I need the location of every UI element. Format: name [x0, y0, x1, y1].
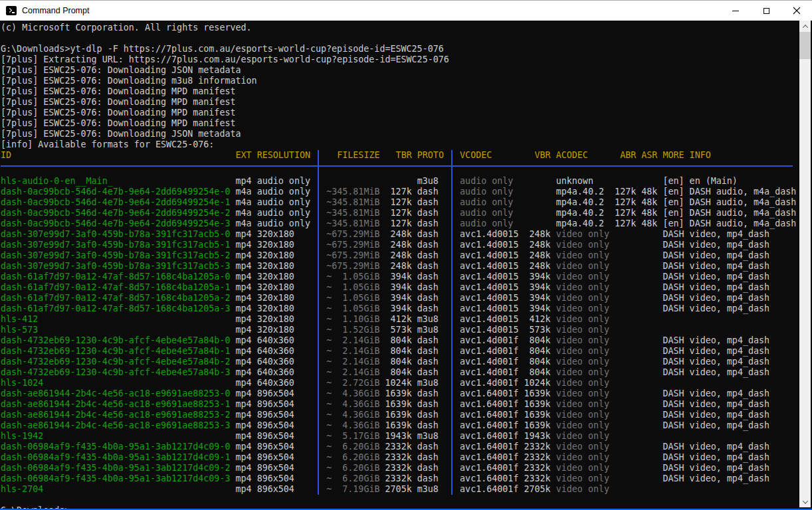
close-button[interactable] [781, 1, 812, 21]
col-filesize: ~ 2.14GiB [326, 346, 379, 356]
col-id: dash-0ac99bcb-546d-4e7b-9e64-2dd69499254… [1, 208, 230, 218]
col-id: dash-06984af9-f435-4b0a-95a1-3ab1217d4c0… [1, 452, 230, 462]
col-more_info: DASH video, mp4_dash [662, 335, 769, 345]
col-proto: dash [417, 473, 444, 483]
col-filesize: ~ 1.52GiB [326, 325, 379, 335]
col-vcodec: audio only [460, 187, 518, 197]
col-proto: dash [417, 282, 444, 292]
col-more_info: [en] en (Main) [662, 176, 737, 186]
scroll-up-button[interactable] [799, 21, 811, 32]
col-tbr: 248k [385, 229, 412, 239]
col-tbr: 2705k [385, 484, 412, 494]
col-tbr: 804k [385, 335, 412, 345]
output-text: [7plus] ESWC25-076: Downloading m3u8 inf… [1, 76, 257, 86]
col-filesize: FILESIZE [326, 150, 379, 160]
col-proto: dash [417, 367, 444, 377]
format-row: hls-2704 mp4 896x504 ~ 7.19GiB 2705k m3u… [1, 484, 799, 495]
col-tbr: 394k [385, 272, 412, 282]
titlebar[interactable]: Command Prompt [0, 1, 812, 21]
col-acodec: video only [556, 314, 609, 324]
col-vcodec: avc1.64001f [460, 442, 518, 452]
format-row: dash-307e99d7-3af0-459b-b78a-391fc317acb… [1, 229, 799, 240]
col-tbr: 573k [385, 325, 412, 335]
col-tbr: 394k [385, 293, 412, 303]
col-proto: dash [417, 463, 444, 473]
col-vcodec: avc1.64001f [460, 484, 518, 494]
col-abr: 127k [615, 218, 636, 228]
format-row: dash-ae861944-2b4c-4e56-ac18-e9691ae8825… [1, 410, 799, 420]
col-vbr: 2332k [524, 452, 550, 462]
col-vbr: 2332k [524, 473, 550, 483]
col-vbr: 1639k [524, 420, 550, 430]
col-ext: mp4 [236, 176, 252, 186]
format-row: dash-06984af9-f435-4b0a-95a1-3ab1217d4c0… [1, 452, 799, 463]
col-resolution: 640x360 [257, 346, 310, 356]
col-vcodec: audio only [460, 208, 518, 218]
col-ext: mp4 [236, 484, 252, 494]
terminal-output[interactable]: (c) Microsoft Corporation. All rights re… [0, 21, 799, 509]
col-id: dash-ae861944-2b4c-4e56-ac18-e9691ae8825… [1, 420, 230, 430]
col-tbr: 1639k [385, 410, 412, 420]
col-id: dash-ae861944-2b4c-4e56-ac18-e9691ae8825… [1, 410, 230, 420]
output-text: [7plus] ESWC25-076: Downloading MPD mani… [1, 86, 235, 96]
col-vcodec: avc1.4d0015 [460, 240, 518, 250]
col-vcodec: avc1.4d0015 [460, 272, 518, 282]
scroll-down-button[interactable] [799, 496, 811, 507]
col-asr [641, 431, 657, 441]
col-abr [615, 229, 636, 239]
col-resolution: audio only [257, 218, 310, 228]
col-ext: m4a [236, 218, 252, 228]
col-ext: mp4 [236, 314, 252, 324]
col-vcodec: avc1.4d0015 [460, 303, 518, 313]
col-vbr: 248k [524, 229, 550, 239]
col-acodec: video only [556, 442, 609, 452]
col-id: hls-573 [1, 325, 230, 335]
col-filesize: ~ 6.20GiB [326, 442, 379, 452]
col-id: dash-ae861944-2b4c-4e56-ac18-e9691ae8825… [1, 388, 230, 398]
col-proto: m3u8 [417, 484, 444, 494]
console-line: [7plus] ESWC25-076: Downloading JSON met… [1, 65, 799, 76]
col-resolution: 896x504 [257, 420, 310, 430]
col-proto: dash [417, 303, 444, 313]
col-more_info: DASH video, mp4_dash [662, 452, 769, 462]
col-resolution: 896x504 [257, 399, 310, 409]
col-filesize: ~ 1.05GiB [326, 282, 379, 292]
col-proto: dash [417, 335, 444, 345]
col-id: dash-06984af9-f435-4b0a-95a1-3ab1217d4c0… [1, 463, 230, 473]
output-text: [7plus] ESWC25-076: Downloading JSON met… [1, 65, 241, 75]
col-proto: dash [417, 272, 444, 282]
col-id: dash-4732eb69-1230-4c9b-afcf-4ebe4e57a84… [1, 357, 230, 367]
col-more_info: DASH video, mp4_dash [662, 261, 769, 271]
col-abr [615, 452, 636, 462]
col-tbr: 804k [385, 346, 412, 356]
chevron-up-icon [802, 25, 807, 30]
console-line: [7plus] ESWC25-076: Downloading MPD mani… [1, 118, 799, 129]
minimize-icon [732, 11, 739, 11]
col-abr [615, 176, 636, 186]
col-abr [615, 335, 636, 345]
col-acodec: video only [556, 473, 609, 483]
col-tbr: 804k [385, 367, 412, 377]
col-filesize: ~ 4.36GiB [326, 410, 379, 420]
col-id: dash-61af7d97-0a12-47af-8d57-168c4ba1205… [1, 293, 230, 303]
scrollbar-thumb[interactable] [799, 32, 811, 59]
col-asr [641, 272, 657, 282]
output-text: [7plus] Extracting URL: https://7plus.co… [1, 54, 449, 64]
col-proto: dash [417, 229, 444, 239]
maximize-button[interactable] [751, 1, 781, 21]
col-ext: mp4 [236, 473, 252, 483]
col-proto: m3u8 [417, 325, 444, 335]
col-more_info: DASH video, mp4_dash [662, 293, 769, 303]
console-line: [7plus] ESWC25-076: Downloading MPD mani… [1, 97, 799, 108]
col-resolution: audio only [257, 176, 310, 186]
col-resolution: 320x180 [257, 293, 310, 303]
scrollbar[interactable] [799, 21, 811, 507]
col-vbr: VBR [524, 150, 550, 160]
column-separator [318, 150, 319, 495]
col-asr [641, 314, 657, 324]
col-id: dash-307e99d7-3af0-459b-b78a-391fc317acb… [1, 229, 230, 239]
col-resolution: audio only [257, 208, 310, 218]
col-more_info: DASH video, mp4_dash [662, 388, 769, 398]
col-asr [641, 250, 657, 260]
minimize-button[interactable] [720, 1, 751, 21]
